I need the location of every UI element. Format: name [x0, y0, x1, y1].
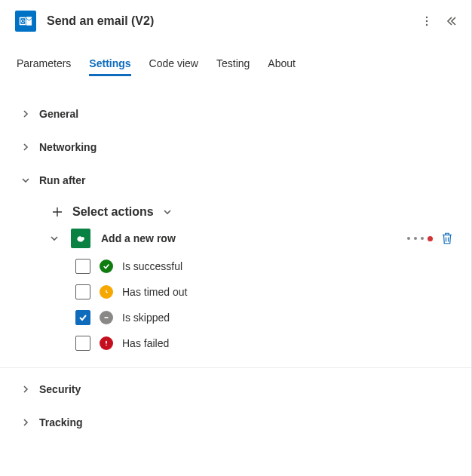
tab-about[interactable]: About: [268, 53, 296, 76]
chevron-right-icon: [20, 383, 32, 395]
section-networking-label: Networking: [39, 141, 97, 153]
plus-icon: [50, 204, 65, 220]
runafter-action-row[interactable]: Add a new row: [48, 229, 457, 248]
tab-parameters[interactable]: Parameters: [17, 53, 71, 76]
section-general-label: General: [39, 108, 78, 120]
svg-rect-9: [106, 341, 107, 344]
option-success-label: Is successful: [122, 260, 182, 272]
svg-point-5: [426, 17, 428, 18]
svg-point-10: [106, 345, 107, 346]
runafter-option-skipped: Is skipped: [75, 310, 457, 325]
success-icon: [100, 259, 113, 273]
select-actions-label: Select actions: [72, 205, 154, 219]
tab-settings[interactable]: Settings: [89, 53, 130, 76]
status-dots: [407, 236, 433, 241]
panel-header: Send an email (V2): [15, 11, 457, 32]
section-security[interactable]: Security: [20, 380, 457, 398]
checkbox-success[interactable]: [75, 259, 90, 274]
chevron-down-icon: [20, 174, 32, 186]
tabs: Parameters Settings Code view Testing Ab…: [15, 53, 457, 76]
chevron-right-icon: [20, 141, 32, 153]
panel-title: Send an email (V2): [47, 14, 410, 28]
divider: [0, 367, 472, 368]
select-actions-button[interactable]: Select actions: [50, 204, 457, 220]
checkbox-skipped[interactable]: [75, 310, 90, 325]
section-general[interactable]: General: [20, 105, 457, 123]
chevron-down-icon: [48, 232, 60, 244]
runafter-option-failed: Has failed: [75, 336, 457, 351]
checkbox-failed[interactable]: [75, 336, 90, 351]
svg-rect-3: [26, 17, 32, 26]
runafter-checklist: Is successful Has timed out Is skipped: [75, 259, 457, 351]
dataverse-icon: [71, 229, 90, 248]
option-failed-label: Has failed: [122, 337, 169, 349]
chevron-right-icon: [20, 416, 32, 428]
runafter-option-success: Is successful: [75, 259, 457, 274]
runafter-option-timedout: Has timed out: [75, 284, 457, 299]
outlook-icon: [15, 11, 36, 32]
section-tracking-label: Tracking: [39, 416, 83, 428]
svg-point-7: [426, 24, 428, 26]
section-networking[interactable]: Networking: [20, 138, 457, 156]
minus-icon: [100, 311, 113, 324]
tab-codeview[interactable]: Code view: [149, 53, 198, 76]
chevron-right-icon: [20, 108, 32, 120]
section-runafter-label: Run after: [39, 174, 85, 186]
svg-point-6: [426, 20, 428, 22]
delete-action-button[interactable]: [440, 232, 454, 245]
runafter-action-title: Add a new row: [101, 232, 176, 244]
option-timedout-label: Has timed out: [122, 286, 187, 298]
collapse-panel-icon[interactable]: [445, 15, 457, 27]
checkbox-timedout[interactable]: [75, 284, 90, 299]
option-skipped-label: Is skipped: [122, 312, 170, 324]
more-menu-icon[interactable]: [421, 15, 433, 27]
section-security-label: Security: [39, 383, 81, 395]
section-runafter[interactable]: Run after: [20, 171, 457, 189]
tab-testing[interactable]: Testing: [216, 53, 250, 76]
error-icon: [100, 336, 113, 350]
section-tracking[interactable]: Tracking: [20, 413, 457, 431]
clock-icon: [100, 285, 113, 299]
chevron-down-icon: [161, 206, 173, 218]
